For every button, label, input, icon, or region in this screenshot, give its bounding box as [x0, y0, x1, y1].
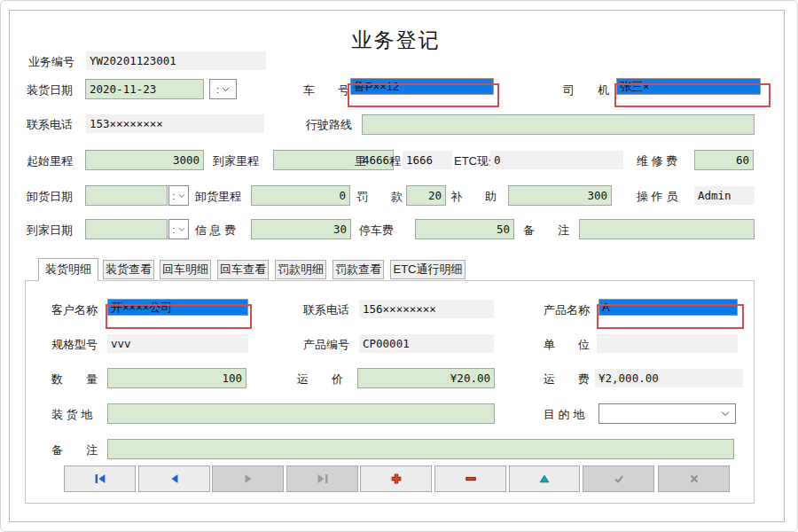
info-fee-label: 信 息 费 [195, 223, 236, 238]
vehicle-no-combobox[interactable]: 鲁P××12 [350, 78, 494, 95]
destination-dropdown[interactable] [598, 403, 736, 424]
detail-phone-field: 156×××××××× [359, 300, 494, 318]
mileage-field: 1666 [403, 151, 452, 169]
subsidy-field[interactable]: 300 [508, 185, 612, 206]
tab-loading-view[interactable]: 装货查看 [103, 260, 154, 279]
remark-field[interactable] [579, 219, 755, 239]
nav-last-icon [316, 472, 330, 486]
tab-etc-detail[interactable]: ETC通行明细 [390, 260, 466, 279]
tab-return-detail[interactable]: 回车明细 [160, 260, 211, 279]
home-date-dropdown-button[interactable]: : [168, 219, 189, 239]
customer-name-combobox[interactable]: 开××××公司 [107, 299, 248, 316]
parking-fee-label: 停车费 [359, 223, 394, 238]
nav-first-button[interactable] [64, 466, 136, 492]
nav-first-icon [93, 472, 107, 486]
detail-phone-label: 联系电话 [303, 303, 349, 317]
route-field[interactable] [362, 114, 755, 135]
home-date-label: 到家日期 [27, 223, 73, 238]
freight-fee-label: 运 费 [544, 372, 590, 387]
fine-field[interactable]: 20 [406, 185, 446, 206]
nav-post-button[interactable] [583, 466, 654, 492]
tab-fine-view[interactable]: 罚款查看 [332, 260, 384, 279]
unload-mileage-label: 卸货里程 [195, 190, 241, 204]
nav-prior-icon [168, 472, 182, 486]
business-no-label: 业务编号 [28, 55, 74, 69]
destination-label: 目 的 地 [544, 408, 584, 422]
driver-label: 司 机 [563, 83, 609, 98]
start-mileage-label: 起始里程 [27, 154, 73, 168]
date-separator: : [216, 84, 219, 95]
spec-model-field: vvv [107, 334, 248, 353]
nav-next-icon [241, 472, 255, 486]
unload-date-field[interactable] [85, 185, 168, 206]
fine-label: 罚 款 [356, 190, 403, 204]
product-no-field: CP00001 [359, 334, 494, 353]
nav-insert-button[interactable] [360, 466, 432, 492]
unload-mileage-field[interactable]: 0 [251, 185, 350, 206]
chevron-down-icon [721, 411, 730, 417]
nav-last-button[interactable] [286, 466, 358, 492]
start-mileage-field[interactable]: 3000 [85, 150, 204, 170]
nav-cancel-icon [687, 472, 701, 486]
loading-place-field[interactable] [107, 403, 495, 424]
tab-fine-detail[interactable]: 罚款明细 [275, 260, 326, 279]
customer-name-label: 客户名称 [51, 303, 98, 317]
chevron-down-icon [222, 87, 230, 92]
loading-date-dropdown-button[interactable]: : [209, 79, 237, 99]
nav-cancel-button[interactable] [658, 466, 730, 492]
nav-delete-icon [464, 472, 478, 486]
repair-fee-field[interactable]: 60 [694, 150, 754, 170]
product-no-label: 产品编号 [303, 338, 349, 352]
contact-phone-field: 153×××××××× [86, 114, 264, 133]
etc-cash-field: 0 [490, 151, 623, 169]
tab-return-view[interactable]: 回车查看 [217, 260, 269, 279]
business-no-field: YW20201123001 [86, 51, 266, 70]
mileage-label: 里 程 [355, 154, 401, 168]
spec-model-label: 规格型号 [51, 338, 98, 352]
loading-date-field[interactable]: 2020-11-23 [85, 79, 204, 99]
product-name-combobox[interactable]: A [598, 299, 738, 316]
nav-post-icon [612, 472, 626, 486]
loading-date-label: 装货日期 [27, 83, 73, 98]
detail-remark-label: 备 注 [51, 443, 98, 458]
detail-remark-field[interactable] [107, 439, 734, 459]
remark-label: 备 注 [523, 223, 569, 238]
chevron-down-icon [178, 227, 185, 232]
vehicle-no-label: 车 号 [303, 83, 349, 98]
info-fee-field[interactable]: 30 [251, 219, 351, 239]
tab-loading-detail[interactable]: 装货明细 [38, 258, 98, 281]
unit-field [597, 334, 738, 353]
unload-date-label: 卸货日期 [27, 190, 73, 204]
freight-fee-field: ¥2,000.00 [595, 369, 743, 387]
nav-edit-icon [537, 472, 552, 486]
freight-price-label: 运 价 [297, 372, 343, 387]
page-title: 业务登记 [9, 27, 783, 54]
quantity-field[interactable]: 100 [107, 368, 246, 388]
nav-delete-button[interactable] [434, 466, 506, 492]
repair-fee-label: 维 修 费 [637, 154, 677, 168]
subsidy-label: 补 助 [450, 190, 497, 204]
unload-date-dropdown-button[interactable]: : [168, 185, 189, 206]
operator-label: 操 作 员 [637, 190, 677, 204]
contact-phone-label: 联系电话 [27, 118, 73, 132]
nav-next-button[interactable] [212, 466, 284, 492]
route-label: 行驶路线 [306, 118, 352, 132]
product-name-label: 产品名称 [544, 303, 590, 317]
freight-price-field[interactable]: ¥20.00 [357, 368, 495, 388]
driver-combobox[interactable]: 张三× [616, 78, 761, 95]
nav-edit-button[interactable] [509, 466, 580, 492]
parking-fee-field[interactable]: 50 [415, 219, 514, 239]
loading-place-label: 装 货 地 [51, 408, 92, 422]
chevron-down-icon [178, 193, 185, 199]
nav-prior-button[interactable] [138, 466, 210, 492]
quantity-label: 数 量 [51, 372, 98, 387]
unit-label: 单 位 [544, 338, 590, 352]
operator-field: Admin [694, 186, 755, 205]
date-separator: : [172, 224, 175, 235]
date-separator: : [172, 191, 175, 201]
nav-insert-icon [389, 472, 403, 486]
home-mileage-label: 到家里程 [213, 154, 259, 168]
home-date-field[interactable] [85, 219, 168, 239]
